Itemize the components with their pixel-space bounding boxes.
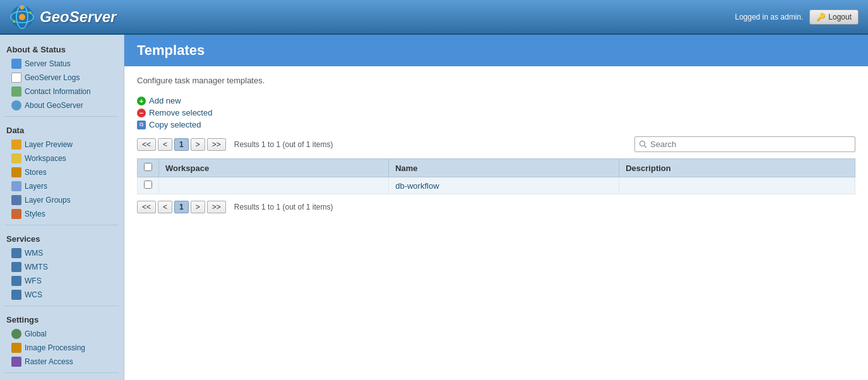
row-description	[619, 177, 855, 194]
search-input[interactable]	[634, 136, 855, 152]
sidebar-divider-2	[5, 225, 119, 225]
about-status-title: About & Status	[0, 40, 124, 57]
sidebar-label-contact: Contact Information	[25, 87, 91, 96]
page-content: Configure task manager templates. + Add …	[124, 66, 868, 226]
select-all-header	[138, 159, 159, 177]
sidebar-item-raster-access[interactable]: Raster Access	[0, 355, 124, 369]
page-description: Configure task manager templates.	[137, 76, 855, 85]
sidebar-label-layer-groups: Layer Groups	[25, 196, 71, 205]
tile-caching-title: Tile Caching	[0, 377, 124, 380]
global-icon	[11, 329, 21, 339]
table-header-row: Workspace Name Description	[138, 159, 855, 177]
row-checkbox[interactable]	[144, 181, 152, 189]
remove-selected-label: Remove selected	[149, 108, 212, 117]
sidebar-label-global: Global	[25, 330, 47, 338]
row-workspace	[159, 177, 389, 194]
sidebar-item-server-status[interactable]: Server Status	[0, 57, 124, 71]
current-page-button-bottom[interactable]: 1	[174, 201, 189, 213]
layers-icon	[11, 181, 21, 191]
sidebar-item-wfs[interactable]: WFS	[0, 274, 124, 288]
sidebar-label-stores: Stores	[25, 168, 47, 177]
sidebar-item-wmts[interactable]: WMTS	[0, 260, 124, 274]
prev-page-button-bottom[interactable]: <	[158, 201, 172, 213]
sidebar-label-workspaces: Workspaces	[25, 154, 66, 163]
workspace-column-header[interactable]: Workspace	[159, 159, 389, 177]
current-page-button-top[interactable]: 1	[174, 138, 189, 151]
sidebar-label-raster-access: Raster Access	[25, 357, 73, 366]
logout-button[interactable]: 🔑 Logout	[809, 9, 859, 25]
logout-label: Logout	[828, 13, 852, 21]
header: GeoServer Logged in as admin. 🔑 Logout	[0, 0, 868, 35]
sidebar-label-geoserver-logs: GeoServer Logs	[25, 73, 80, 82]
contact-icon	[11, 86, 21, 97]
results-text-top: Results 1 to 1 (out of 1 items)	[234, 140, 333, 149]
sidebar-divider-1	[5, 116, 119, 117]
sidebar-item-wcs[interactable]: WCS	[0, 288, 124, 302]
add-new-label: Add new	[149, 96, 181, 105]
geoserver-logs-icon	[11, 73, 21, 83]
sidebar-item-workspaces[interactable]: Workspaces	[0, 151, 124, 165]
sidebar-item-geoserver-logs[interactable]: GeoServer Logs	[0, 71, 124, 85]
svg-point-5	[29, 11, 32, 14]
sidebar-label-styles: Styles	[25, 210, 45, 218]
data-table: Workspace Name Description db-workflow	[137, 158, 855, 194]
services-title: Services	[0, 229, 124, 246]
sidebar-item-image-processing[interactable]: Image Processing	[0, 341, 124, 355]
sidebar-label-layer-preview: Layer Preview	[25, 140, 73, 149]
first-page-button-top[interactable]: <<	[137, 138, 156, 151]
svg-point-6	[13, 20, 15, 23]
copy-selected-label: Copy selected	[149, 120, 201, 129]
next-page-button-bottom[interactable]: >	[191, 201, 205, 213]
name-column-header[interactable]: Name	[389, 159, 619, 177]
actions-panel: + Add new − Remove selected ⧉ Copy selec…	[137, 95, 855, 131]
page-title: Templates	[137, 42, 205, 58]
page-header: Templates	[124, 35, 868, 66]
about-icon	[11, 100, 21, 110]
description-column-header[interactable]: Description	[619, 159, 855, 177]
sidebar-label-server-status: Server Status	[25, 59, 71, 68]
search-area	[634, 136, 855, 152]
sidebar-item-layers[interactable]: Layers	[0, 179, 124, 193]
add-new-link[interactable]: + Add new	[137, 95, 855, 107]
sidebar-item-styles[interactable]: Styles	[0, 207, 124, 221]
server-status-icon	[11, 59, 21, 69]
remove-selected-link[interactable]: − Remove selected	[137, 107, 855, 119]
sidebar-label-wms: WMS	[25, 249, 43, 258]
sidebar-item-wms[interactable]: WMS	[0, 246, 124, 260]
sidebar-divider-4	[5, 372, 119, 373]
sidebar-item-global[interactable]: Global	[0, 327, 124, 341]
wmts-icon	[11, 262, 21, 272]
layer-preview-icon	[11, 140, 21, 150]
stores-icon	[11, 167, 21, 177]
copy-selected-link[interactable]: ⧉ Copy selected	[137, 119, 855, 131]
sidebar-item-layer-groups[interactable]: Layer Groups	[0, 193, 124, 207]
row-name-link[interactable]: db-workflow	[395, 181, 439, 191]
sidebar-label-about: About GeoServer	[25, 101, 83, 110]
logged-in-text: Logged in as admin.	[735, 13, 803, 21]
last-page-button-top[interactable]: >>	[207, 138, 226, 151]
svg-point-3	[19, 14, 25, 20]
row-name: db-workflow	[389, 177, 619, 194]
wcs-icon	[11, 290, 21, 300]
logo-area: GeoServer	[9, 4, 116, 30]
sidebar-label-image-processing: Image Processing	[25, 343, 85, 352]
settings-title: Settings	[0, 310, 124, 327]
sidebar-item-layer-preview[interactable]: Layer Preview	[0, 138, 124, 151]
sidebar-item-contact-information[interactable]: Contact Information	[0, 85, 124, 98]
sidebar-item-stores[interactable]: Stores	[0, 165, 124, 179]
layout: About & Status Server Status GeoServer L…	[0, 35, 868, 380]
sidebar-item-about-geoserver[interactable]: About GeoServer	[0, 98, 124, 112]
last-page-button-bottom[interactable]: >>	[207, 201, 226, 213]
sidebar-label-wfs: WFS	[25, 276, 42, 285]
main-content: Templates Configure task manager templat…	[124, 35, 868, 380]
raster-access-icon	[11, 357, 21, 367]
remove-selected-icon: −	[137, 109, 146, 117]
sidebar: About & Status Server Status GeoServer L…	[0, 35, 124, 380]
prev-page-button-top[interactable]: <	[158, 138, 172, 151]
select-all-checkbox[interactable]	[144, 163, 152, 171]
logo-icon	[9, 4, 35, 30]
layer-groups-icon	[11, 195, 21, 205]
next-page-button-top[interactable]: >	[191, 138, 205, 151]
first-page-button-bottom[interactable]: <<	[137, 201, 156, 213]
svg-point-4	[20, 6, 24, 9]
